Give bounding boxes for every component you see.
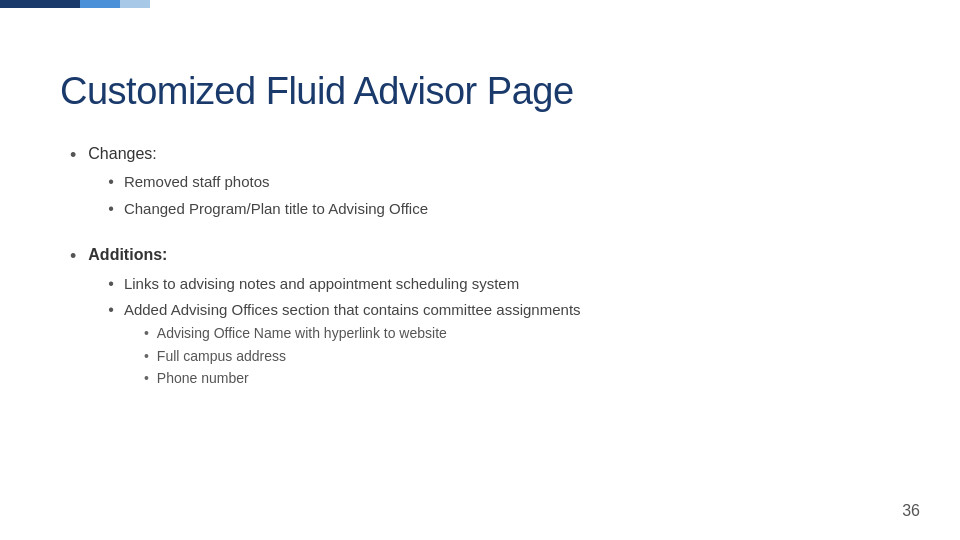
changes-label: Changes:: [88, 143, 900, 165]
slide-container: Customized Fluid Advisor Page • Changes:…: [0, 0, 960, 540]
sub-bullet-dot-3: •: [108, 273, 114, 295]
content-area: • Changes: • Removed staff photos • Chan…: [60, 143, 900, 396]
office-name-text: Advising Office Name with hyperlink to w…: [157, 324, 447, 344]
sub-bullet-advising-offices: • Added Advising Offices section that co…: [108, 299, 900, 392]
bullet-dot-additions: •: [70, 245, 76, 268]
links-text: Links to advising notes and appointment …: [124, 273, 900, 294]
sub-bullet-dot-1: •: [108, 171, 114, 193]
sub-sub-bullets: • Advising Office Name with hyperlink to…: [124, 324, 900, 389]
address-text: Full campus address: [157, 347, 286, 367]
main-bullet-additions: • Additions: • Links to advising notes a…: [70, 244, 900, 396]
sub-sub-bullet-phone: • Phone number: [144, 369, 900, 389]
changes-sub-bullets: • Removed staff photos • Changed Program…: [88, 171, 900, 220]
additions-sub-bullets: • Links to advising notes and appointmen…: [88, 273, 900, 392]
sub-sub-dot-2: •: [144, 347, 149, 367]
main-bullet-changes: • Changes: • Removed staff photos • Chan…: [70, 143, 900, 224]
sub-bullet-dot-4: •: [108, 299, 114, 321]
advising-offices-text: Added Advising Offices section that cont…: [124, 301, 581, 318]
deco-block-3: [120, 0, 150, 8]
sub-sub-bullet-name: • Advising Office Name with hyperlink to…: [144, 324, 900, 344]
additions-label: Additions:: [88, 244, 900, 266]
bullet-content-additions: Additions: • Links to advising notes and…: [88, 244, 900, 396]
changed-program-text: Changed Program/Plan title to Advising O…: [124, 198, 900, 219]
sub-sub-dot-1: •: [144, 324, 149, 344]
deco-block-2: [80, 0, 120, 8]
sub-bullet-changed-program: • Changed Program/Plan title to Advising…: [108, 198, 900, 220]
deco-block-1: [0, 0, 80, 8]
removed-photos-text: Removed staff photos: [124, 171, 900, 192]
sub-bullet-removed-photos: • Removed staff photos: [108, 171, 900, 193]
sub-bullet-dot-2: •: [108, 198, 114, 220]
slide-title: Customized Fluid Advisor Page: [60, 70, 900, 113]
top-decoration: [0, 0, 150, 8]
sub-sub-bullet-address: • Full campus address: [144, 347, 900, 367]
phone-text: Phone number: [157, 369, 249, 389]
slide-number: 36: [902, 502, 920, 520]
bullet-dot-changes: •: [70, 144, 76, 167]
sub-bullet-links: • Links to advising notes and appointmen…: [108, 273, 900, 295]
bullet-content-changes: Changes: • Removed staff photos • Change…: [88, 143, 900, 224]
sub-sub-dot-3: •: [144, 369, 149, 389]
